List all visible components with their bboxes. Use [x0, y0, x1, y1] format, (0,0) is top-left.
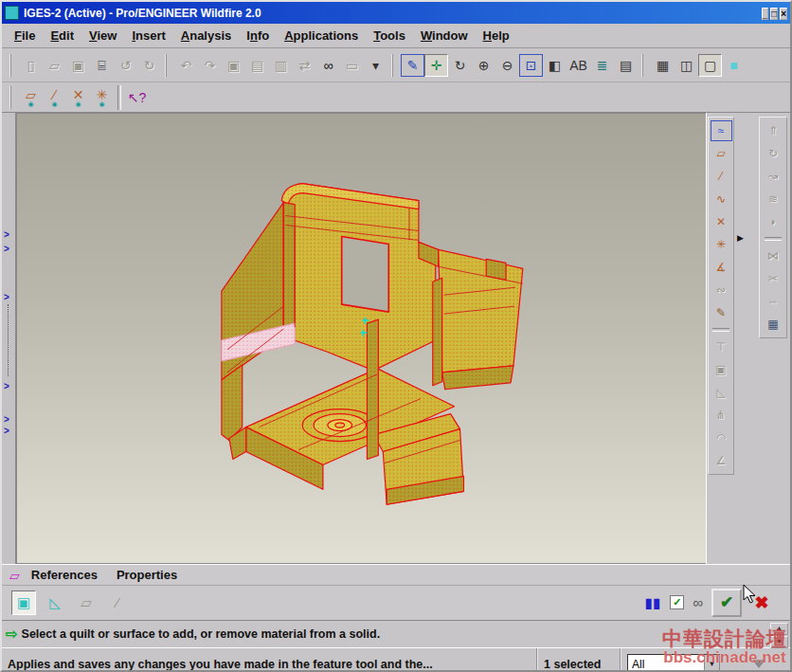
preview-checkbox[interactable]: ✓: [670, 595, 684, 609]
sash-expand-chevron[interactable]: >: [4, 415, 9, 425]
datum-plane-tool-button[interactable]: ▱: [711, 143, 732, 164]
datum-axis-tool-button[interactable]: ⁄: [711, 166, 732, 187]
menu-applications[interactable]: Applications: [278, 27, 365, 45]
pattern-tool-icon: ▦: [767, 318, 778, 331]
solid-option-button[interactable]: ▣: [11, 590, 36, 615]
scroll-down-button[interactable]: ▼: [770, 636, 788, 648]
csys-tool-button[interactable]: ✳: [711, 234, 732, 255]
chevron-down-icon[interactable]: ▼: [704, 655, 719, 672]
shaded-display-button[interactable]: ■: [722, 54, 746, 77]
message-log-scroll: ▲ ▼: [770, 623, 788, 648]
right-toolchest: ≈▱⁄∿✕✳∡∾✎⊤▣◺⋔◠∠ ⇑↻↝≋◗⋈✂⇔▦ ▶: [706, 113, 790, 564]
sash-expand-chevron[interactable]: >: [4, 230, 9, 240]
select-more-button[interactable]: ▾: [364, 54, 387, 77]
repaint-button[interactable]: ✎: [401, 54, 424, 77]
print-button[interactable]: ⌸: [90, 54, 114, 77]
point-display-button[interactable]: ✕◉: [66, 86, 90, 109]
close-button[interactable]: ×: [780, 8, 787, 20]
hole-tool-button: ⊤: [711, 336, 732, 357]
sketch-tool-icon: ✎: [716, 306, 726, 319]
menu-analysis[interactable]: Analysis: [174, 27, 238, 45]
spin-center-button[interactable]: ✛: [424, 54, 448, 77]
scroll-up-button[interactable]: ▲: [770, 623, 788, 635]
menu-tools[interactable]: Tools: [367, 27, 412, 45]
toolbar-grip[interactable]: [165, 54, 171, 77]
sketch-tool-button[interactable]: ✎: [711, 302, 732, 323]
wireframe-display-button[interactable]: ▦: [651, 54, 675, 77]
eye-icon: ◉: [99, 101, 104, 106]
style-tool-button[interactable]: ≈: [711, 120, 732, 141]
message-area: ⇨ Select a quilt or surface to add, or r…: [2, 620, 790, 647]
minimize-button[interactable]: _: [762, 8, 769, 20]
main-area: >>>>>>: [2, 113, 790, 564]
layers-button[interactable]: ≣: [590, 54, 614, 77]
datum-axis-display-button[interactable]: ⁄◉: [43, 86, 66, 109]
wireframe-display-icon: ▦: [657, 59, 669, 72]
zoom-out-button[interactable]: ⊖: [495, 54, 519, 77]
properties-tab[interactable]: Properties: [109, 568, 185, 582]
pattern-tool-button[interactable]: ▦: [763, 314, 784, 335]
datum-display-toolbar: ▱◉⁄◉✕◉✳◉↖?: [2, 82, 790, 113]
named-views-button[interactable]: AB: [567, 54, 590, 77]
hidden-line-display-button[interactable]: ◫: [675, 54, 698, 77]
quilt-option-icon: ▱: [81, 594, 92, 611]
datum-point-tool-button[interactable]: ✕: [711, 211, 732, 232]
datum-curve-tool-button[interactable]: ∿: [711, 189, 732, 209]
preview-glasses-icon[interactable]: ∞: [693, 594, 703, 610]
flyout-arrow-icon[interactable]: ▶: [737, 233, 744, 243]
selection-filter-combobox[interactable]: All ▼: [627, 654, 720, 672]
cad-model[interactable]: [222, 184, 523, 505]
view-manager-button[interactable]: ▤: [614, 54, 638, 77]
navigator-sash[interactable]: >>>>>>: [2, 113, 16, 564]
sash-expand-chevron[interactable]: >: [4, 293, 9, 302]
datum-plane-display-button[interactable]: ▱◉: [19, 86, 43, 109]
csys-display-button[interactable]: ✳◉: [90, 86, 114, 109]
graphics-viewport[interactable]: [17, 114, 706, 563]
toolbar-grip[interactable]: [641, 54, 647, 77]
rib-tool-button: ⋔: [711, 405, 732, 426]
maximize-button[interactable]: □: [770, 8, 778, 20]
zoom-in-button[interactable]: ⊕: [472, 54, 495, 77]
sash-expand-chevron[interactable]: >: [4, 382, 9, 391]
prompt-message: Select a quilt or surface to add, or rem…: [22, 627, 381, 641]
menu-info[interactable]: Info: [240, 27, 276, 45]
toolbar-grip[interactable]: [9, 86, 15, 109]
rib-tool-icon: ⋔: [716, 409, 726, 422]
draft-tool-icon: ◺: [716, 386, 725, 399]
surface-option-button[interactable]: ◺: [43, 590, 67, 615]
cancel-button[interactable]: ✖: [750, 592, 773, 613]
saved-views-button[interactable]: ◧: [543, 54, 567, 77]
datum-plane-tool-icon: ▱: [716, 147, 725, 160]
menu-edit[interactable]: Edit: [44, 27, 81, 45]
sweep-tool-icon: ↝: [768, 170, 778, 183]
solid-option-icon: ▣: [17, 594, 30, 611]
measure-tool-button[interactable]: ∡: [711, 257, 732, 278]
refit-button[interactable]: ⊡: [519, 54, 543, 77]
measure-tool-icon: ∡: [716, 261, 727, 274]
menu-insert[interactable]: Insert: [125, 27, 171, 45]
graphics-area[interactable]: [16, 113, 706, 564]
find-button[interactable]: ∞: [316, 54, 340, 77]
menu-file[interactable]: File: [8, 27, 42, 45]
toolbar-grip[interactable]: [9, 54, 15, 77]
menu-view[interactable]: View: [82, 27, 123, 45]
sash-expand-chevron[interactable]: >: [4, 245, 9, 254]
toolbar-grip[interactable]: [391, 54, 397, 77]
menu-help[interactable]: Help: [477, 27, 516, 45]
menu-window[interactable]: Window: [414, 27, 475, 45]
pause-button[interactable]: ▮▮: [645, 595, 661, 610]
window-title: IGES-2 (Active) - Pro/ENGINEER Wildfire …: [24, 7, 755, 20]
references-tab[interactable]: References: [24, 568, 105, 582]
apply-button[interactable]: ✔: [711, 589, 742, 617]
sash-expand-chevron[interactable]: >: [4, 427, 9, 436]
edit-options-button: ⇄: [293, 54, 316, 77]
toolbar-separator: [117, 85, 121, 110]
no-hidden-display-button[interactable]: ▢: [698, 54, 722, 77]
toolbar-separator: [765, 237, 782, 241]
quilt-feature-icon: ▱: [9, 568, 20, 583]
save-file-icon: ▣: [72, 59, 84, 72]
orient-mode-button[interactable]: ↻: [448, 54, 472, 77]
context-help-button[interactable]: ↖?: [125, 86, 149, 109]
filter-funnel-icon[interactable]: [752, 660, 765, 668]
title-bar[interactable]: IGES-2 (Active) - Pro/ENGINEER Wildfire …: [2, 2, 790, 24]
